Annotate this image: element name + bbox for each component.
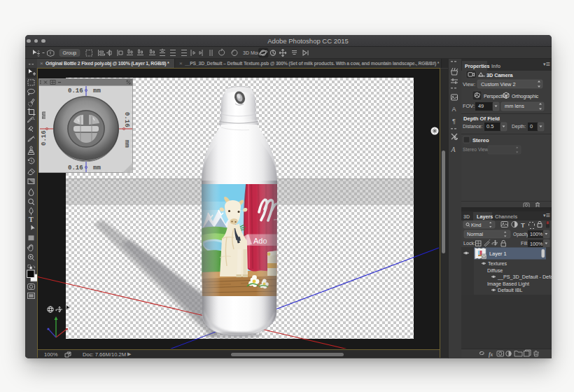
svg-text:100%: 100% <box>530 241 543 247</box>
svg-text:3D Camera: 3D Camera <box>486 72 514 78</box>
svg-text:Perspective: Perspective <box>484 94 508 99</box>
svg-text:Depth Of Field: Depth Of Field <box>463 115 500 122</box>
svg-text:T: T <box>29 216 34 223</box>
svg-text:Default IBL: Default IBL <box>498 287 523 293</box>
svg-text:Custom View 2: Custom View 2 <box>481 81 516 88</box>
svg-text:Textures: Textures <box>488 260 507 267</box>
svg-text:mm: mm <box>93 88 101 94</box>
svg-text:Normal: Normal <box>467 231 484 237</box>
svg-text:0: 0 <box>530 123 533 130</box>
svg-text:¶: ¶ <box>452 118 456 125</box>
svg-text:0.5: 0.5 <box>486 123 493 130</box>
svg-text:Stereo View:: Stereo View: <box>463 147 490 152</box>
svg-text:Image Based Light: Image Based Light <box>487 281 529 287</box>
svg-text:Fill:: Fill: <box>521 240 528 246</box>
svg-text:0.16: 0.16 <box>68 164 83 172</box>
svg-text:Kind: Kind <box>471 222 481 228</box>
svg-text:Opacity:: Opacity: <box>513 232 530 237</box>
svg-text:A: A <box>452 106 456 113</box>
svg-text:Layer 1: Layer 1 <box>489 251 507 257</box>
svg-text:Stereo: Stereo <box>472 137 489 144</box>
svg-text:Lock:: Lock: <box>463 240 475 246</box>
svg-text:49: 49 <box>478 103 484 109</box>
svg-text:Distance:: Distance: <box>463 124 482 129</box>
svg-text:mm: mm <box>41 111 48 119</box>
svg-text:↕: ↕ <box>75 50 77 55</box>
svg-text:fx: fx <box>489 351 493 358</box>
svg-text:0.16: 0.16 <box>41 130 48 146</box>
svg-text:mm lens: mm lens <box>505 103 524 109</box>
svg-text:Depth:: Depth: <box>512 124 526 130</box>
svg-text:Orthographic: Orthographic <box>512 94 539 99</box>
svg-text:0.16: 0.16 <box>123 112 130 127</box>
svg-text:mm: mm <box>123 140 130 148</box>
svg-text:100%: 100% <box>530 231 543 237</box>
svg-text:T: T <box>521 221 525 229</box>
svg-text:FOV:: FOV: <box>463 103 475 109</box>
svg-text:View:: View: <box>463 81 475 88</box>
svg-text:A: A <box>451 146 456 153</box>
svg-text:0.16: 0.16 <box>68 88 83 94</box>
svg-text:__PS_3D_Default - Defau...: __PS_3D_Default - Defau... <box>497 274 552 280</box>
svg-text:Diffuse: Diffuse <box>487 267 503 274</box>
svg-text:mm: mm <box>93 164 101 172</box>
